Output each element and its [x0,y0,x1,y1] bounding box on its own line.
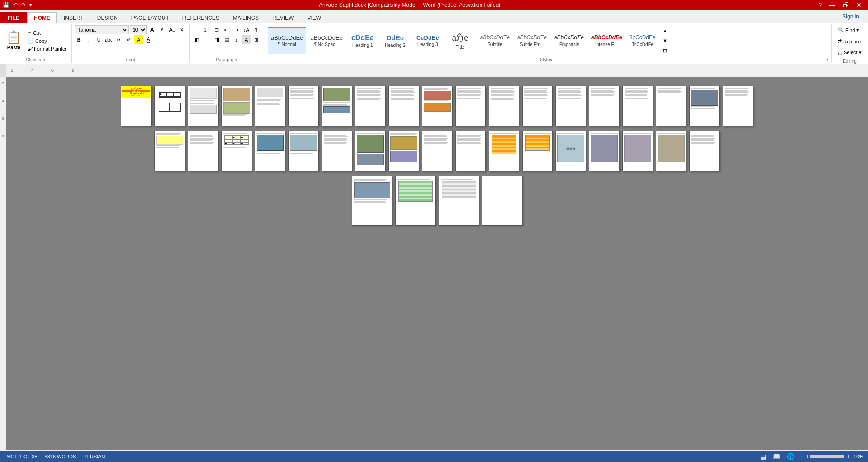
find-button[interactable]: 🔍 Find ▾ [835,25,862,35]
redo-button[interactable]: ↷ [20,1,27,9]
style-heading2[interactable]: DdEe Heading 2 [379,27,411,54]
minimize-button[interactable]: — [826,1,838,9]
clear-formatting-button[interactable]: ✕ [177,25,187,34]
tab-review[interactable]: REVIEW [266,12,300,23]
page-thumb-20[interactable] [154,131,185,171]
page-thumb-10[interactable] [422,86,453,126]
page-thumb-22[interactable]: ▬ ▬ ▬ ▬ ▬ ▬ ▬ ▬ ▬ [221,131,252,171]
increase-indent-button[interactable]: ⇥ [232,25,241,34]
page-thumb-38b[interactable] [439,176,479,226]
change-case-button[interactable]: Aa [168,25,177,34]
align-left-button[interactable]: ◧ [192,35,201,44]
zoom-in-button[interactable]: + [845,453,852,460]
page-thumb-29[interactable] [455,131,486,171]
copy-button[interactable]: 📄 Copy [26,37,69,45]
page-thumb-8[interactable] [355,86,386,126]
style-intense-e[interactable]: aBbCcDdEe Intense E... [588,27,625,54]
page-thumb-37[interactable] [352,176,392,226]
close-button[interactable]: ✕ [854,1,864,9]
page-thumb-33[interactable] [589,131,620,171]
replace-button[interactable]: ⇄ Replace [835,37,864,46]
italic-button[interactable]: I [84,35,93,44]
style-emphasis[interactable]: aBbCcDdEe Emphasis [551,27,587,54]
page-thumb-9[interactable] [388,86,419,126]
page-thumb-19[interactable] [723,86,753,126]
page-thumb-27[interactable] [388,131,419,171]
page-thumb-24[interactable] [288,131,319,171]
style-no-spacing[interactable]: aBbCcDdEe ¶ No Spac... [307,27,346,54]
print-layout-view-button[interactable]: ▤ [759,453,768,460]
style-subtitle[interactable]: aBbCcDdEe Subtitle [477,27,513,54]
bullets-button[interactable]: ≡ [192,25,201,34]
grow-font-button[interactable]: A [148,25,157,34]
page-thumb-26[interactable] [355,131,386,171]
page-thumb-2[interactable]: █ [154,86,185,126]
page-thumb-35[interactable] [656,131,686,171]
page-thumb-18[interactable] [689,86,720,126]
page-thumb-34[interactable] [622,131,653,171]
shading-button[interactable]: A [242,35,251,44]
page-thumb-15[interactable] [589,86,620,126]
format-painter-button[interactable]: 🖌 Format Painter [26,45,69,52]
page-thumb-6[interactable] [288,86,319,126]
style-heading1[interactable]: cDdEe Heading 1 [347,27,378,54]
sort-button[interactable]: ↕A [242,25,251,34]
page-thumb-1[interactable]: تحقیق آنلاین مرجع دانلود با کمترین قیمت … [121,86,152,126]
web-layout-view-button[interactable]: 🌐 [785,453,796,460]
tab-view[interactable]: VIEW [300,12,328,23]
tab-home[interactable]: HOME [27,12,57,23]
tab-design[interactable]: DESIGN [90,12,125,23]
help-button[interactable]: ? [816,1,825,9]
page-thumb-7[interactable] [322,86,352,126]
select-button[interactable]: ⬚ Select ▾ [835,48,865,57]
page-thumb-13[interactable] [522,86,553,126]
font-size-select[interactable]: 10 [130,25,147,34]
strikethrough-button[interactable]: abc [104,35,113,44]
show-formatting-button[interactable]: ¶ [252,25,261,34]
style-normal[interactable]: aBbCcDdEe ¶ Normal [268,27,307,54]
align-right-button[interactable]: ◨ [212,35,221,44]
page-thumb-38a[interactable] [395,176,436,226]
page-thumb-38-blank[interactable] [482,176,523,226]
borders-button[interactable]: ⊞ [252,35,261,44]
save-button[interactable]: 💾 [2,1,10,9]
cut-button[interactable]: ✂ Cut [26,29,69,37]
styles-dialog-launcher[interactable]: ↗ [825,58,829,62]
tab-file[interactable]: FILE [0,12,27,23]
style-heading3[interactable]: CcDdEe Heading 3 [412,27,443,54]
page-thumb-36[interactable] [689,131,720,171]
page-thumb-12[interactable] [489,86,519,126]
justify-button[interactable]: ▤ [222,35,231,44]
font-color-button[interactable]: A [144,35,153,44]
page-thumb-17[interactable] [656,86,686,126]
page-thumb-5[interactable] [255,86,285,126]
undo-button[interactable]: ↶ [12,1,19,9]
zoom-slider[interactable] [807,455,844,458]
page-thumb-4[interactable] [221,86,252,126]
page-thumb-32[interactable]: ⊞⊞⊞ [555,131,586,171]
underline-button[interactable]: U [94,35,103,44]
page-thumb-23[interactable] [255,131,285,171]
paste-button[interactable]: 📋 Paste [3,30,25,51]
zoom-out-button[interactable]: − [799,453,806,460]
page-thumb-11[interactable] [455,86,486,126]
customize-qa-button[interactable]: ▾ [28,1,33,9]
page-thumb-21[interactable] [188,131,219,171]
tab-mailings[interactable]: MAILINGS [226,12,266,23]
superscript-button[interactable]: x² [124,35,133,44]
text-highlight-button[interactable]: A [134,35,143,44]
page-thumb-3[interactable] [188,86,219,126]
font-family-select[interactable]: Tahoma [75,25,129,34]
tab-references[interactable]: REFERENCES [176,12,226,23]
styles-scroll-down[interactable]: ▼ [661,36,670,45]
page-thumb-14[interactable] [555,86,586,126]
page-thumb-31[interactable] [522,131,553,171]
decrease-indent-button[interactable]: ⇤ [222,25,231,34]
full-reading-view-button[interactable]: 📖 [771,453,782,460]
multilevel-list-button[interactable]: ⊟ [212,25,221,34]
shrink-font-button[interactable]: A [158,25,167,34]
page-thumb-28[interactable] [422,131,453,171]
page-thumb-16[interactable] [622,86,653,126]
numbering-button[interactable]: 1≡ [202,25,211,34]
styles-scroll-up[interactable]: ▲ [661,26,670,35]
